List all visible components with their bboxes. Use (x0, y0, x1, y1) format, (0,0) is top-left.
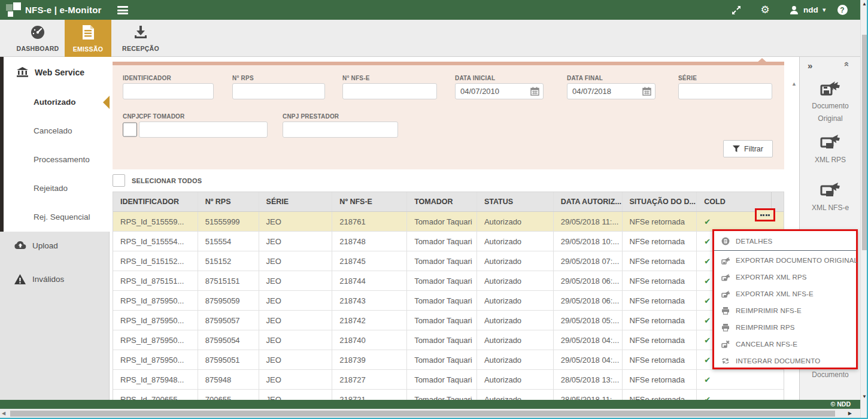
col-identificador[interactable]: IDENTIFICADOR (113, 192, 198, 211)
action-xml-nfse[interactable]: XML NFS-e (800, 181, 861, 214)
cold-check-icon: ✔ (704, 296, 711, 305)
sidebar-item-rej-sequencial[interactable]: Rej. Sequencial (4, 203, 110, 232)
printer-icon (721, 323, 730, 332)
tab-label: RECEPÇÃO (122, 45, 159, 52)
bank-icon (17, 67, 28, 77)
col-situacao[interactable]: SITUAÇÃO DO D... (623, 192, 697, 211)
identificador-input[interactable] (123, 83, 214, 99)
tab-recepcao[interactable]: RECEPÇÃO (111, 20, 170, 57)
n-rps-input[interactable] (232, 83, 325, 99)
action-documento-original[interactable]: Documento Original (800, 80, 861, 125)
col-tomador[interactable]: TOMADOR (407, 192, 477, 211)
sidebar-item-web-service[interactable]: Web Service (4, 57, 110, 88)
scroll-left-arrow-icon[interactable]: ◀ (2, 409, 5, 418)
identificador-label: IDENTIFICADOR (123, 75, 171, 81)
sidebar-item-invalidos[interactable]: Inválidos (0, 264, 110, 295)
cold-check-icon: ✔ (704, 395, 711, 400)
scroll-right-arrow-icon[interactable]: ▶ (848, 409, 852, 418)
user-menu[interactable]: ndd (803, 0, 818, 20)
table-row[interactable]: RPS_Id_700655... 700655 JEO 218721 Tomad… (113, 390, 784, 400)
sidebar-item-upload[interactable]: Upload (0, 230, 110, 262)
sidebar-item-autorizado[interactable]: Autorizado (4, 88, 110, 117)
action-xml-rps[interactable]: XML RPS (800, 133, 861, 166)
cpf-tomador-input[interactable] (139, 122, 268, 138)
filter-panel: IDENTIFICADOR N° RPS N° NFS-E DATA INICI… (113, 62, 784, 169)
cnpj-prestador-input[interactable] (283, 122, 398, 138)
table-row[interactable]: RPS_Id_515554... 515554 JEO 218748 Tomad… (113, 232, 784, 251)
menu-item-reimprimir-rps[interactable]: REIMPRIMIR RPS (714, 319, 856, 336)
serie-input[interactable] (678, 83, 772, 99)
app-title: NFS-e | e-Monitor (25, 0, 102, 20)
table-row[interactable]: RPS_Id_515152... 515152 JEO 218745 Tomad… (113, 251, 784, 271)
copyright: © NDD (831, 400, 851, 409)
calendar-icon[interactable] (642, 87, 651, 96)
menu-item-reimprimir-nfse[interactable]: REIMPRIMIR NFS-E (714, 302, 856, 319)
help-icon[interactable]: ? (834, 0, 850, 20)
menu-divider (714, 250, 856, 251)
menu-hamburger-icon[interactable] (117, 6, 129, 14)
menu-item-exportar-xml-rps[interactable]: EXPORTAR XML RPS (714, 269, 856, 286)
fullscreen-icon[interactable] (728, 0, 745, 20)
cold-check-icon: ✔ (704, 316, 711, 325)
sidebar-item-rejeitado[interactable]: Rejeitado (4, 174, 110, 203)
col-rps[interactable]: Nº RPS (198, 192, 259, 211)
export-icon (721, 273, 730, 281)
menu-item-exportar-xml-nfse[interactable]: EXPORTAR XML NFS-E (714, 286, 856, 302)
col-serie[interactable]: SÉRIE (259, 192, 333, 211)
tab-emissao-active[interactable]: EMISSÃO (65, 20, 111, 57)
export-document-icon (820, 80, 840, 98)
printer-icon (721, 306, 730, 315)
data-final-field (567, 83, 655, 99)
col-status[interactable]: STATUS (477, 192, 554, 211)
calendar-icon[interactable] (530, 87, 539, 96)
menu-item-integrar-documento[interactable]: INTEGRAR DOCUMENTO (714, 353, 856, 369)
table-row[interactable]: RPS_Id_875950... 87595057 JEO 218742 Tom… (113, 311, 784, 330)
menu-item-cancelar-nfse[interactable]: CANCELAR NFS-E (714, 336, 856, 353)
sidebar-item-processamento[interactable]: Processamento (4, 145, 110, 174)
export-xml-nfse-icon (820, 181, 840, 199)
user-caret-down-icon[interactable]: ▾ (823, 0, 826, 20)
table-row[interactable]: RPS_Id_875151... 87515151 JEO 218744 Tom… (113, 271, 784, 291)
horizontal-scrollbar[interactable]: ◀ ▶ (0, 409, 860, 418)
top-bar: NFS-e | e-Monitor ndd ▾ ? (0, 0, 860, 20)
cold-check-icon: ✔ (704, 336, 711, 345)
filter-panel-top-border (113, 62, 784, 65)
cold-check-icon: ✔ (704, 237, 711, 246)
menu-item-exportar-documento-original[interactable]: EXPORTAR DOCUMENTO ORIGINAL (714, 252, 856, 269)
table-row[interactable]: RPS_Id_875950... 87595054 JEO 218740 Tom… (113, 330, 784, 350)
settings-gears-icon[interactable] (757, 0, 773, 20)
scroll-down-arrow-icon[interactable]: ▼ (862, 394, 867, 399)
col-data-autorizacao[interactable]: DATA AUTORIZ... (554, 192, 623, 211)
cnpj-label: CNPJ (123, 113, 139, 120)
table-row[interactable]: RPS_Id_875950... 87595051 JEO 218739 Tom… (113, 350, 784, 370)
scroll-up-arrow-icon[interactable]: ▲ (862, 1, 867, 7)
table-row[interactable]: RPS_Id_875948... 875948 JEO 218727 Tomad… (113, 370, 784, 390)
export-xml-rps-icon (820, 133, 840, 151)
row-more-actions-button-annotated[interactable] (755, 208, 775, 221)
cloud-upload-icon (14, 241, 26, 250)
table-header-row: IDENTIFICADOR Nº RPS SÉRIE Nº NFS-E TOMA… (113, 192, 784, 212)
table-row[interactable]: RPS_Id_875950... 87595059 JEO 218743 Tom… (113, 291, 784, 311)
table-body: RPS_Id_515559... 51555999 JEO 218761 Tom… (113, 212, 784, 400)
cnpj-checkbox[interactable] (123, 122, 137, 138)
filtrar-button[interactable]: Filtrar (723, 140, 773, 157)
horizontal-scrollbar-thumb[interactable] (10, 411, 835, 417)
menu-item-detalhes[interactable]: DETALHES (714, 233, 856, 250)
data-final-label: DATA FINAL (567, 75, 603, 81)
collapse-panel-double-chevron-up-icon[interactable]: « (840, 62, 852, 74)
expand-panel-double-chevron-icon[interactable]: » (808, 60, 812, 71)
table-row[interactable]: RPS_Id_515559... 51555999 JEO 218761 Tom… (113, 212, 784, 232)
more-dots-icon (760, 214, 770, 216)
cnpj-prestador-label: CNPJ PRESTADOR (283, 113, 339, 120)
grid-scroll-up-arrow[interactable]: ▲ (791, 81, 797, 87)
sidebar-item-cancelado[interactable]: Cancelado (4, 117, 110, 145)
cold-check-icon: ✔ (704, 217, 711, 226)
n-nfse-input[interactable] (342, 83, 437, 99)
cancel-document-icon (721, 340, 730, 348)
col-nfse[interactable]: Nº NFS-E (332, 192, 407, 211)
user-icon[interactable] (787, 0, 801, 20)
tab-dashboard[interactable]: DASHBOARD (11, 20, 65, 57)
data-inicial-label: DATA INICIAL (455, 75, 495, 81)
select-all-checkbox[interactable] (113, 174, 125, 187)
cold-check-icon: ✔ (704, 375, 711, 384)
